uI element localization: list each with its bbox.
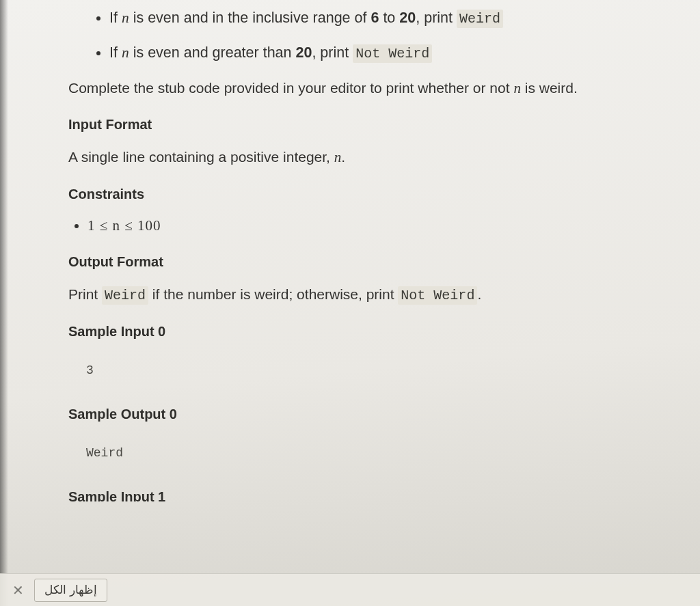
- input-text: .: [341, 149, 345, 165]
- heading-sample-output-0: Sample Output 0: [68, 404, 681, 425]
- rule-text: to: [379, 10, 399, 26]
- left-shadow: [0, 0, 8, 606]
- rule-text: is even and in the inclusive range of: [129, 10, 371, 26]
- rule-text: If: [109, 10, 122, 26]
- var-n: n: [334, 149, 342, 165]
- output-description: Print Weird if the number is weird; othe…: [68, 284, 681, 306]
- heading-output-format: Output Format: [68, 251, 681, 273]
- number-20: 20: [296, 44, 312, 61]
- rule-item: If n is even and in the inclusive range …: [109, 7, 681, 29]
- sample-input-0-block: 3: [77, 355, 681, 387]
- input-text: A single line containing a positive inte…: [68, 149, 334, 165]
- code-weird: Weird: [102, 286, 148, 305]
- rule-text: , print: [416, 10, 457, 26]
- var-n: n: [122, 10, 129, 26]
- var-n: n: [513, 80, 521, 96]
- instruction-text: is weird.: [521, 80, 578, 96]
- bottom-bar: ✕ إظهار الكل: [0, 573, 700, 606]
- number-20: 20: [399, 10, 416, 26]
- constraints-list: 1 ≤ n ≤ 100: [68, 215, 681, 237]
- output-text: .: [477, 286, 481, 302]
- problem-statement: If n is even and in the inclusive range …: [68, 0, 681, 606]
- show-all-button[interactable]: إظهار الكل: [34, 579, 107, 602]
- code-not-weird: Not Weird: [398, 286, 477, 305]
- page-root: If n is even and in the inclusive range …: [0, 0, 700, 606]
- heading-constraints: Constraints: [68, 184, 681, 205]
- instruction-paragraph: Complete the stub code provided in your …: [68, 77, 681, 100]
- input-description: A single line containing a positive inte…: [68, 146, 681, 169]
- output-text: if the number is weird; otherwise, print: [148, 286, 398, 302]
- rule-text: If: [109, 44, 122, 61]
- instruction-text: Complete the stub code provided in your …: [68, 80, 513, 96]
- rules-list: If n is even and in the inclusive range …: [68, 7, 681, 65]
- heading-sample-input-0: Sample Input 0: [68, 321, 681, 342]
- heading-sample-input-1: Sample Input 1: [68, 486, 681, 501]
- code-not-weird: Not Weird: [353, 44, 432, 63]
- rule-text: , print: [312, 44, 353, 61]
- number-6: 6: [371, 10, 379, 26]
- output-text: Print: [68, 286, 102, 302]
- rule-item: If n is even and greater than 20, print …: [109, 42, 681, 64]
- constraint-math: 1 ≤ n ≤ 100: [88, 217, 161, 234]
- sample-output-0-block: Weird: [77, 437, 681, 470]
- constraint-item: 1 ≤ n ≤ 100: [88, 215, 681, 237]
- code-weird: Weird: [457, 10, 503, 28]
- heading-input-format: Input Format: [68, 114, 681, 135]
- var-n: n: [122, 44, 129, 61]
- rule-text: is even and greater than: [129, 44, 296, 61]
- close-icon[interactable]: ✕: [10, 582, 26, 598]
